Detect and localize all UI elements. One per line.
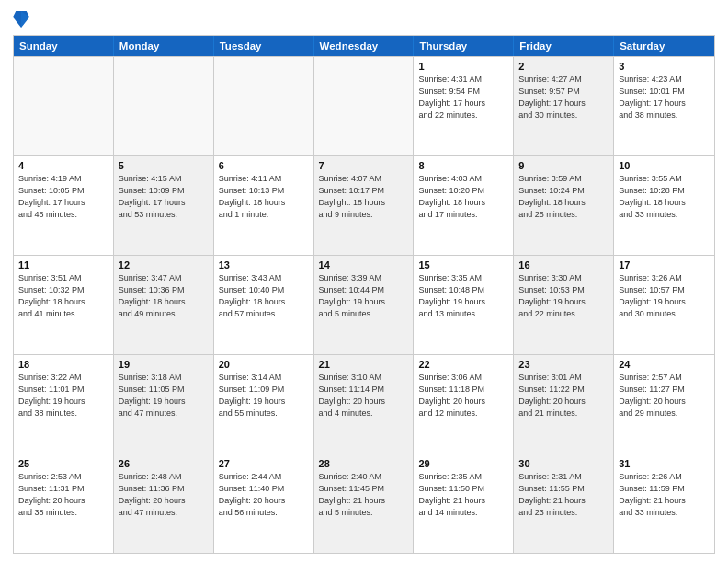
day-info: Sunrise: 4:11 AM Sunset: 10:13 PM Daylig… (219, 173, 309, 221)
header-day-monday: Monday (114, 36, 214, 56)
day-info: Sunrise: 2:31 AM Sunset: 11:55 PM Daylig… (518, 471, 609, 519)
calendar-cell: 21Sunrise: 3:10 AM Sunset: 11:14 PM Dayl… (314, 355, 415, 454)
calendar-cell (214, 57, 314, 155)
calendar: SundayMondayTuesdayWednesdayThursdayFrid… (13, 35, 715, 554)
day-info: Sunrise: 2:35 AM Sunset: 11:50 PM Daylig… (418, 471, 508, 519)
calendar-cell: 4Sunrise: 4:19 AM Sunset: 10:05 PM Dayli… (14, 156, 114, 255)
calendar-header: SundayMondayTuesdayWednesdayThursdayFrid… (14, 36, 714, 56)
day-info: Sunrise: 2:44 AM Sunset: 11:40 PM Daylig… (219, 471, 309, 519)
calendar-cell: 20Sunrise: 3:14 AM Sunset: 11:09 PM Dayl… (214, 355, 314, 454)
calendar-cell: 11Sunrise: 3:51 AM Sunset: 10:32 PM Dayl… (14, 256, 114, 354)
header-day-tuesday: Tuesday (214, 36, 314, 56)
calendar-cell: 1Sunrise: 4:31 AM Sunset: 9:54 PM Daylig… (414, 57, 514, 155)
header-day-wednesday: Wednesday (314, 36, 415, 56)
day-number: 19 (119, 359, 209, 370)
day-number: 2 (518, 61, 609, 72)
day-number: 31 (619, 458, 710, 469)
calendar-cell: 19Sunrise: 3:18 AM Sunset: 11:05 PM Dayl… (114, 355, 214, 454)
day-number: 18 (18, 359, 108, 370)
day-number: 29 (418, 458, 508, 469)
calendar-cell: 15Sunrise: 3:35 AM Sunset: 10:48 PM Dayl… (414, 256, 514, 354)
logo-icon (13, 9, 29, 29)
day-info: Sunrise: 3:22 AM Sunset: 11:01 PM Daylig… (18, 372, 108, 419)
day-number: 20 (219, 359, 309, 370)
day-number: 7 (319, 160, 409, 171)
day-info: Sunrise: 3:26 AM Sunset: 10:57 PM Daylig… (619, 272, 710, 320)
calendar-cell: 2Sunrise: 4:27 AM Sunset: 9:57 PM Daylig… (514, 57, 614, 155)
calendar-cell: 31Sunrise: 2:26 AM Sunset: 11:59 PM Dayl… (614, 454, 714, 553)
day-number: 5 (119, 160, 209, 171)
calendar-cell: 24Sunrise: 2:57 AM Sunset: 11:27 PM Dayl… (614, 355, 714, 454)
calendar-cell: 7Sunrise: 4:07 AM Sunset: 10:17 PM Dayli… (314, 156, 415, 255)
day-info: Sunrise: 4:27 AM Sunset: 9:57 PM Dayligh… (518, 74, 609, 121)
page: SundayMondayTuesdayWednesdayThursdayFrid… (0, 0, 728, 563)
calendar-cell: 27Sunrise: 2:44 AM Sunset: 11:40 PM Dayl… (214, 454, 314, 553)
day-number: 28 (319, 458, 409, 469)
day-info: Sunrise: 3:18 AM Sunset: 11:05 PM Daylig… (119, 372, 209, 419)
day-info: Sunrise: 2:40 AM Sunset: 11:45 PM Daylig… (319, 471, 409, 519)
calendar-cell: 16Sunrise: 3:30 AM Sunset: 10:53 PM Dayl… (514, 256, 614, 354)
calendar-cell: 14Sunrise: 3:39 AM Sunset: 10:44 PM Dayl… (314, 256, 415, 354)
day-number: 4 (18, 160, 108, 171)
day-info: Sunrise: 3:06 AM Sunset: 11:18 PM Daylig… (418, 372, 508, 419)
day-info: Sunrise: 3:35 AM Sunset: 10:48 PM Daylig… (418, 272, 508, 320)
calendar-cell: 22Sunrise: 3:06 AM Sunset: 11:18 PM Dayl… (414, 355, 514, 454)
day-info: Sunrise: 2:53 AM Sunset: 11:31 PM Daylig… (18, 471, 108, 519)
day-info: Sunrise: 2:57 AM Sunset: 11:27 PM Daylig… (619, 372, 710, 419)
calendar-cell: 17Sunrise: 3:26 AM Sunset: 10:57 PM Dayl… (614, 256, 714, 354)
day-info: Sunrise: 3:10 AM Sunset: 11:14 PM Daylig… (319, 372, 409, 419)
calendar-row-3: 18Sunrise: 3:22 AM Sunset: 11:01 PM Dayl… (14, 354, 714, 454)
calendar-row-1: 4Sunrise: 4:19 AM Sunset: 10:05 PM Dayli… (14, 155, 714, 255)
calendar-cell: 30Sunrise: 2:31 AM Sunset: 11:55 PM Dayl… (514, 454, 614, 553)
day-number: 1 (418, 61, 508, 72)
day-number: 13 (219, 259, 309, 270)
calendar-row-4: 25Sunrise: 2:53 AM Sunset: 11:31 PM Dayl… (14, 454, 714, 553)
day-info: Sunrise: 4:19 AM Sunset: 10:05 PM Daylig… (18, 173, 108, 221)
day-info: Sunrise: 3:47 AM Sunset: 10:36 PM Daylig… (119, 272, 209, 320)
day-number: 14 (319, 259, 409, 270)
day-number: 22 (418, 359, 508, 370)
calendar-cell: 8Sunrise: 4:03 AM Sunset: 10:20 PM Dayli… (414, 156, 514, 255)
calendar-cell: 3Sunrise: 4:23 AM Sunset: 10:01 PM Dayli… (614, 57, 714, 155)
day-info: Sunrise: 2:48 AM Sunset: 11:36 PM Daylig… (119, 471, 209, 519)
day-number: 26 (119, 458, 209, 469)
calendar-cell: 13Sunrise: 3:43 AM Sunset: 10:40 PM Dayl… (214, 256, 314, 354)
calendar-cell: 5Sunrise: 4:15 AM Sunset: 10:09 PM Dayli… (114, 156, 214, 255)
header (13, 9, 715, 29)
day-number: 12 (119, 259, 209, 270)
day-info: Sunrise: 3:51 AM Sunset: 10:32 PM Daylig… (18, 272, 108, 320)
day-number: 17 (619, 259, 710, 270)
calendar-cell: 25Sunrise: 2:53 AM Sunset: 11:31 PM Dayl… (14, 454, 114, 553)
day-info: Sunrise: 2:26 AM Sunset: 11:59 PM Daylig… (619, 471, 710, 519)
day-number: 27 (219, 458, 309, 469)
calendar-cell: 23Sunrise: 3:01 AM Sunset: 11:22 PM Dayl… (514, 355, 614, 454)
day-number: 16 (518, 259, 609, 270)
day-info: Sunrise: 4:07 AM Sunset: 10:17 PM Daylig… (319, 173, 409, 221)
calendar-body: 1Sunrise: 4:31 AM Sunset: 9:54 PM Daylig… (14, 56, 714, 553)
day-info: Sunrise: 3:30 AM Sunset: 10:53 PM Daylig… (518, 272, 609, 320)
calendar-cell: 10Sunrise: 3:55 AM Sunset: 10:28 PM Dayl… (614, 156, 714, 255)
calendar-cell: 26Sunrise: 2:48 AM Sunset: 11:36 PM Dayl… (114, 454, 214, 553)
calendar-cell: 29Sunrise: 2:35 AM Sunset: 11:50 PM Dayl… (414, 454, 514, 553)
day-info: Sunrise: 3:43 AM Sunset: 10:40 PM Daylig… (219, 272, 309, 320)
day-info: Sunrise: 4:03 AM Sunset: 10:20 PM Daylig… (418, 173, 508, 221)
day-number: 11 (18, 259, 108, 270)
day-number: 6 (219, 160, 309, 171)
day-number: 24 (619, 359, 710, 370)
calendar-cell: 28Sunrise: 2:40 AM Sunset: 11:45 PM Dayl… (314, 454, 415, 553)
day-info: Sunrise: 4:31 AM Sunset: 9:54 PM Dayligh… (418, 74, 508, 121)
calendar-cell: 12Sunrise: 3:47 AM Sunset: 10:36 PM Dayl… (114, 256, 214, 354)
day-info: Sunrise: 3:01 AM Sunset: 11:22 PM Daylig… (518, 372, 609, 419)
day-info: Sunrise: 3:59 AM Sunset: 10:24 PM Daylig… (518, 173, 609, 221)
calendar-cell: 9Sunrise: 3:59 AM Sunset: 10:24 PM Dayli… (514, 156, 614, 255)
day-number: 15 (418, 259, 508, 270)
day-number: 10 (619, 160, 710, 171)
header-day-thursday: Thursday (414, 36, 514, 56)
day-number: 21 (319, 359, 409, 370)
calendar-cell: 6Sunrise: 4:11 AM Sunset: 10:13 PM Dayli… (214, 156, 314, 255)
header-day-friday: Friday (514, 36, 614, 56)
calendar-cell (14, 57, 114, 155)
calendar-row-2: 11Sunrise: 3:51 AM Sunset: 10:32 PM Dayl… (14, 255, 714, 354)
day-info: Sunrise: 3:55 AM Sunset: 10:28 PM Daylig… (619, 173, 710, 221)
day-number: 25 (18, 458, 108, 469)
